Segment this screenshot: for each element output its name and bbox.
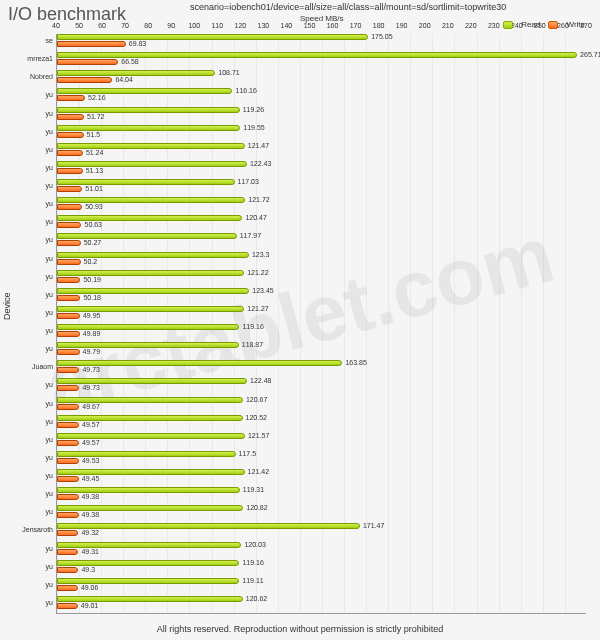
write-value: 49.73 xyxy=(82,384,100,391)
write-bar xyxy=(57,277,80,283)
write-value: 49.57 xyxy=(82,439,100,446)
device-label: yu xyxy=(7,128,53,135)
device-label: yu xyxy=(7,327,53,334)
read-bar xyxy=(57,125,240,131)
write-value: 50.27 xyxy=(84,239,102,246)
device-label: yu xyxy=(7,309,53,316)
scenario-line: scenario=iobench01/device=all/size=all/c… xyxy=(190,2,506,12)
write-value: 50.19 xyxy=(83,276,101,283)
x-tick: 40 xyxy=(52,22,60,29)
x-tick: 120 xyxy=(235,22,247,29)
write-value: 49.89 xyxy=(83,330,101,337)
data-row: yu119.5551.5 xyxy=(57,125,586,143)
write-value: 51.5 xyxy=(87,131,101,138)
write-value: 49.32 xyxy=(81,529,99,536)
data-row: yu123.350.2 xyxy=(57,252,586,270)
device-label: yu xyxy=(7,599,53,606)
write-bar xyxy=(57,259,81,265)
read-bar xyxy=(57,523,360,529)
data-row: yu120.5249.57 xyxy=(57,415,586,433)
data-row: Juaom163.8549.73 xyxy=(57,360,586,378)
read-value: 175.05 xyxy=(371,33,392,40)
x-tick: 180 xyxy=(373,22,385,29)
legend-write-swatch xyxy=(548,21,558,29)
write-value: 49.57 xyxy=(82,421,100,428)
write-bar xyxy=(57,530,78,536)
device-label: yu xyxy=(7,400,53,407)
footer-text: All rights reserved. Reproduction withou… xyxy=(0,624,600,634)
write-bar xyxy=(57,41,126,47)
read-value: 120.82 xyxy=(246,504,267,511)
write-bar xyxy=(57,349,80,355)
device-label: yu xyxy=(7,200,53,207)
device-label: yu xyxy=(7,164,53,171)
device-label: yu xyxy=(7,508,53,515)
read-bar xyxy=(57,107,240,113)
data-row: yu122.4351.13 xyxy=(57,161,586,179)
read-bar xyxy=(57,34,368,40)
x-tick: 110 xyxy=(211,22,223,29)
write-bar xyxy=(57,114,84,120)
data-row: yu121.7250.93 xyxy=(57,197,586,215)
write-bar xyxy=(57,585,78,591)
read-value: 121.47 xyxy=(248,142,269,149)
read-value: 121.57 xyxy=(248,432,269,439)
write-value: 49.95 xyxy=(83,312,101,319)
data-row: yu120.8249.38 xyxy=(57,505,586,523)
write-bar xyxy=(57,77,112,83)
data-row: yu120.4750.63 xyxy=(57,215,586,233)
read-value: 117.03 xyxy=(238,178,259,185)
legend: Read Write xyxy=(503,20,585,29)
read-value: 117.97 xyxy=(240,232,261,239)
read-value: 121.27 xyxy=(247,305,268,312)
write-bar xyxy=(57,367,79,373)
write-value: 50.2 xyxy=(84,258,98,265)
data-row: yu120.6749.67 xyxy=(57,397,586,415)
x-tick: 170 xyxy=(350,22,362,29)
write-bar xyxy=(57,168,83,174)
device-label: yu xyxy=(7,490,53,497)
data-row: yu117.9750.27 xyxy=(57,233,586,251)
write-bar xyxy=(57,95,85,101)
data-row: yu119.1649.3 xyxy=(57,560,586,578)
read-value: 118.87 xyxy=(242,341,263,348)
data-row: yu121.2749.95 xyxy=(57,306,586,324)
x-tick: 90 xyxy=(167,22,175,29)
read-bar xyxy=(57,70,215,76)
read-value: 116.16 xyxy=(235,87,256,94)
read-value: 119.16 xyxy=(242,559,263,566)
read-value: 120.47 xyxy=(245,214,266,221)
read-value: 119.16 xyxy=(242,323,263,330)
read-value: 119.55 xyxy=(243,124,264,131)
write-value: 49.38 xyxy=(82,493,100,500)
device-label: yu xyxy=(7,345,53,352)
write-value: 50.93 xyxy=(85,203,103,210)
data-row: yu117.0351.01 xyxy=(57,179,586,197)
write-bar xyxy=(57,603,78,609)
read-value: 163.85 xyxy=(345,359,366,366)
data-row: Nobred108.7164.04 xyxy=(57,70,586,88)
write-value: 51.24 xyxy=(86,149,104,156)
device-label: yu xyxy=(7,581,53,588)
device-label: yu xyxy=(7,236,53,243)
device-label: yu xyxy=(7,563,53,570)
write-value: 49.53 xyxy=(82,457,100,464)
read-value: 123.3 xyxy=(252,251,270,258)
device-label: yu xyxy=(7,291,53,298)
x-tick: 140 xyxy=(281,22,293,29)
x-tick: 230 xyxy=(488,22,500,29)
write-bar xyxy=(57,385,79,391)
x-tick: 160 xyxy=(327,22,339,29)
data-row: yu121.5749.57 xyxy=(57,433,586,451)
data-row: yu116.1652.16 xyxy=(57,88,586,106)
data-row: yu118.8749.79 xyxy=(57,342,586,360)
device-label: mrreza1 xyxy=(7,55,53,62)
plot-area: se175.0569.83mrreza1265.7166.58Nobred108… xyxy=(56,34,586,614)
device-label: yu xyxy=(7,381,53,388)
data-row: yu123.4550.18 xyxy=(57,288,586,306)
write-value: 49.45 xyxy=(82,475,100,482)
device-label: yu xyxy=(7,255,53,262)
read-bar xyxy=(57,88,232,94)
data-row: yu121.2250.19 xyxy=(57,270,586,288)
write-value: 49.79 xyxy=(83,348,101,355)
